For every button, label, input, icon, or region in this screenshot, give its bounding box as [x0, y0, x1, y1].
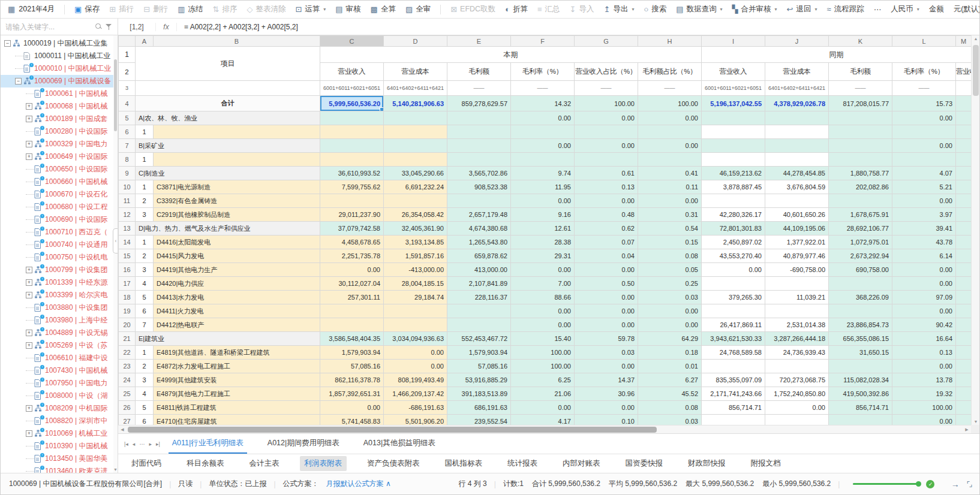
grid-cell[interactable]	[765, 277, 829, 291]
grid-cell[interactable]: 0.08	[638, 249, 702, 263]
grid-cell[interactable]	[956, 401, 972, 415]
grid-cell[interactable]: 72,801,301.83	[702, 222, 765, 236]
expand-icon[interactable]: +	[26, 342, 32, 349]
industry-label-cell[interactable]: E4879|其他电力工程施工	[154, 387, 320, 401]
grid-cell[interactable]: 0.00	[511, 194, 575, 208]
grid-cell[interactable]: 28.38	[511, 236, 575, 249]
row-number[interactable]: 7	[119, 139, 136, 153]
formula-hint-cell[interactable]	[956, 81, 972, 96]
grid-cell[interactable]: 0.25	[638, 277, 702, 291]
grid-cell[interactable]: 0.00	[511, 139, 575, 153]
row-number[interactable]: 24	[119, 373, 136, 387]
grid-cell[interactable]: 2,450,897.02	[702, 236, 765, 249]
grid-cell[interactable]	[320, 304, 384, 318]
grid-cell[interactable]	[956, 291, 972, 304]
grid-cell[interactable]	[765, 139, 829, 153]
column-letter-B[interactable]: B	[154, 36, 320, 47]
tree-item[interactable]: ↑1000740 | 中设通用	[1, 239, 118, 251]
tree-item[interactable]: +↑1010069 | 机械工业	[1, 427, 118, 440]
sidebar-collapse-handle[interactable]: ‹	[113, 228, 118, 253]
row-number[interactable]: 22	[119, 346, 136, 360]
industry-label-cell[interactable]: D4416|太阳能发电	[154, 236, 320, 249]
grid-cell[interactable]	[320, 194, 384, 208]
grid-cell[interactable]: 0.00	[384, 346, 447, 360]
sheet-tab[interactable]: A012|期间费用明细表	[264, 434, 343, 454]
row-number[interactable]: 19	[119, 304, 136, 318]
grid-cell[interactable]: 3.97	[892, 208, 956, 222]
grid-cell[interactable]: 1,579,903.94	[320, 346, 384, 360]
grid-cell[interactable]: -690,758.00	[765, 263, 829, 277]
grid-cell[interactable]	[956, 236, 972, 249]
tree-item[interactable]: ↑1000690 | 中设国际	[1, 213, 118, 226]
sidebar-scrollbar[interactable]: ▼	[113, 35, 118, 473]
grid-cell[interactable]	[956, 263, 972, 277]
grid-cell[interactable]: 0.00	[638, 304, 702, 318]
grid-cell[interactable]: 28,004,185.15	[384, 277, 447, 291]
category-row-label[interactable]: D|电力、热力、燃气及水生产和供应业	[136, 222, 320, 236]
category-tab[interactable]: 内部对账表	[558, 456, 605, 471]
tree-item[interactable]: +↑1000329 | 中国电力	[1, 138, 118, 150]
formula-hint-cell[interactable]: ——	[892, 81, 956, 96]
grid-cell[interactable]	[765, 360, 829, 373]
industry-label-cell[interactable]: D4411|火力发电	[154, 304, 320, 318]
tree-item[interactable]: +↑1000799 | 中设集团	[1, 264, 118, 276]
formula-hint-cell[interactable]: ——	[575, 81, 638, 96]
grid-cell[interactable]: 32,405,361.90	[384, 222, 447, 236]
row-number[interactable]: 20	[119, 318, 136, 332]
grid-cell[interactable]: 0.00	[511, 401, 575, 415]
row-number[interactable]: 6	[119, 125, 136, 139]
row-seq-cell[interactable]: 4	[136, 387, 154, 401]
grid-cell[interactable]: 12.61	[511, 222, 575, 236]
column-header-cell[interactable]: 毛利率（%）	[511, 63, 575, 81]
category-row-label[interactable]: B|采矿业	[136, 139, 320, 153]
grid-cell[interactable]: 0.00	[575, 360, 638, 373]
grid-cell[interactable]: 3,943,621,530.33	[702, 332, 765, 346]
grid-cell[interactable]: 0.00	[575, 291, 638, 304]
tree-item[interactable]: ↑1007430 | 中国机械	[1, 364, 118, 377]
grid-cell[interactable]: 45.52	[638, 387, 702, 401]
scroll-up-icon[interactable]: ▲	[972, 37, 979, 41]
grid-cell[interactable]	[384, 111, 447, 125]
grid-cell[interactable]	[638, 125, 702, 139]
row-number[interactable]: 3	[119, 81, 136, 96]
grid-cell[interactable]: 2,171,741,243.66	[702, 387, 765, 401]
sheet-tab[interactable]: A011|行业毛利明细表	[169, 434, 247, 454]
grid-cell[interactable]: 0.00	[892, 360, 956, 373]
row-seq-cell[interactable]: 3	[136, 263, 154, 277]
grid-cell[interactable]: 0.00	[638, 194, 702, 208]
industry-label-cell[interactable]: E4872|水力发电工程施工	[154, 360, 320, 373]
grid-cell[interactable]: 0.50	[575, 277, 638, 291]
zoom-slider[interactable]	[853, 483, 919, 485]
formula-hint-cell[interactable]: ——	[511, 81, 575, 96]
grid-cell[interactable]: 686,191.63	[447, 401, 511, 415]
row-seq-cell[interactable]: 1	[136, 236, 154, 249]
tree-item[interactable]: ↑1000680 | 中设工程	[1, 201, 118, 213]
category-tab[interactable]: 利润表附表	[300, 456, 347, 471]
grid-cell[interactable]: 862,116,378.78	[320, 373, 384, 387]
grid-cell[interactable]: 0.00	[384, 360, 447, 373]
grid-cell[interactable]	[702, 139, 765, 153]
zoom-slider-handle[interactable]	[916, 481, 921, 487]
grid-cell[interactable]: 97.09	[892, 291, 956, 304]
grid-cell[interactable]: 908,523.38	[447, 180, 511, 194]
grid-cell[interactable]: 11,039.21	[765, 291, 829, 304]
grid-cell[interactable]: 257,301.11	[320, 291, 384, 304]
grid-cell[interactable]	[384, 153, 447, 167]
toolbar-button[interactable]: ↩退回▾	[787, 4, 817, 14]
grid-cell[interactable]: 44,278,454.85	[765, 167, 829, 180]
column-letter-D[interactable]: D	[384, 36, 447, 47]
grid-cell[interactable]: 4,378,929,026.78	[765, 96, 829, 111]
grid-cell[interactable]: 0.15	[638, 236, 702, 249]
grid-cell[interactable]: 419,500,392.86	[829, 387, 892, 401]
tree-item[interactable]: ↑1003880 | 中设集团	[1, 301, 118, 314]
grid-cell[interactable]: 57,085.16	[447, 360, 511, 373]
grid-cell[interactable]: 2,531,014.38	[765, 318, 829, 332]
grid-cell[interactable]	[765, 125, 829, 139]
grid-cell[interactable]: 40,879,977.46	[765, 249, 829, 263]
grid-cell[interactable]: 7,599,755.62	[320, 180, 384, 194]
row-seq-cell[interactable]: 1	[136, 153, 154, 167]
grid-cell[interactable]: 0.04	[575, 249, 638, 263]
grid-cell[interactable]: 39.41	[892, 222, 956, 236]
expand-icon[interactable]: +	[26, 116, 32, 122]
grid-cell[interactable]: 15.40	[511, 332, 575, 346]
